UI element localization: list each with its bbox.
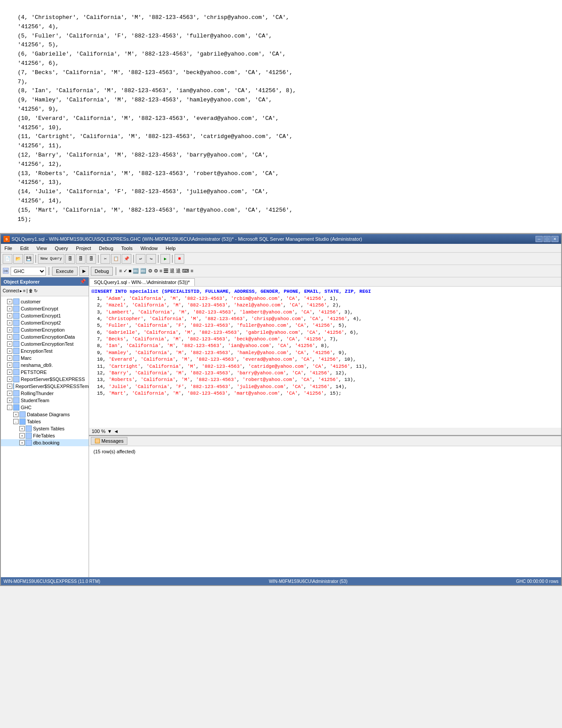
close-button[interactable]: ✕ (551, 236, 558, 242)
ssms-titlebar: S SQLQuery1.sql - WIN-M0FM1S9U6CU\SQLEXP… (1, 234, 561, 244)
oe-item-database-diagrams[interactable]: +Database Diagrams (1, 411, 89, 418)
db-icon-btn3[interactable]: 🗄 (86, 254, 96, 264)
redo-button[interactable]: ↪ (146, 254, 156, 264)
oe-item-customerencrypt2[interactable]: +CustomerEncrypt2 (1, 319, 89, 326)
execute-icon[interactable]: ▶ (79, 266, 89, 276)
stop-button[interactable]: ■ (175, 254, 184, 264)
oe-item-rollingthunder[interactable]: +RollingThunder (1, 390, 89, 397)
menu-item-project[interactable]: Project (74, 245, 93, 251)
oe-db-icon (19, 411, 26, 418)
menu-item-tools[interactable]: Tools (119, 245, 134, 251)
oe-item-customerencrypt[interactable]: +CustomerEncrypt (1, 305, 89, 312)
oe-connect-label[interactable]: Connect (3, 288, 19, 293)
oe-db-icon (26, 433, 32, 439)
oe-item-neshama_db9.[interactable]: +neshama_db9. (1, 362, 89, 369)
oe-expand-icon[interactable]: + (7, 362, 12, 368)
scroll-left[interactable]: ◄ (114, 429, 119, 434)
oe-expand-icon[interactable]: + (7, 377, 12, 382)
run-button[interactable]: ▶ (160, 254, 170, 264)
oe-toolbar-btn4[interactable]: ↻ (34, 288, 37, 293)
oe-toolbar-btn3[interactable]: 🗑 (29, 288, 33, 293)
oe-item-label: GHC (21, 405, 31, 410)
menu-item-window[interactable]: Window (139, 245, 160, 251)
oe-item-reportserver$sqlexpress[interactable]: +ReportServer$SQLEXPRESS (1, 376, 89, 383)
paste-button[interactable]: 📌 (122, 254, 131, 264)
results-tabs: Messages (89, 436, 561, 446)
oe-expand-icon[interactable]: + (19, 433, 25, 438)
oe-item-reportserver$sqlexpresstempdb[interactable]: +ReportServer$SQLEXPRESSTempDB (1, 383, 89, 390)
oe-toolbar-btn2[interactable]: ≡ (23, 288, 26, 293)
menu-item-edit[interactable]: Edit (19, 245, 30, 251)
oe-item-studentteam[interactable]: +StudentTeam (1, 397, 89, 404)
oe-expand-icon[interactable]: + (7, 398, 12, 403)
oe-item-customerencrypt1[interactable]: +CustomerEncrypt1 (1, 312, 89, 319)
oe-expand-icon[interactable]: + (7, 384, 12, 389)
oe-expand-icon[interactable]: + (7, 348, 12, 354)
oe-expand-icon[interactable]: + (7, 355, 12, 361)
code-line: '41256', 4), (18, 22, 544, 32)
oe-item-petstore[interactable]: +PETSTORE (1, 369, 89, 376)
menu-item-debug[interactable]: Debug (97, 245, 115, 251)
oe-item-customerencryptiontest[interactable]: +CustomerEncryptionTest (1, 340, 89, 347)
messages-tab[interactable]: Messages (91, 437, 127, 445)
copy-button[interactable]: 📋 (111, 254, 121, 264)
new-query-button[interactable]: New Query (38, 254, 64, 264)
oe-expand-icon[interactable]: + (7, 299, 12, 304)
oe-toolbar-sep: | (26, 288, 28, 293)
oe-item-encryptiontest[interactable]: +EncryptionTest (1, 347, 89, 355)
oe-item-system-tables[interactable]: +System Tables (1, 425, 89, 432)
maximize-button[interactable]: □ (543, 236, 551, 242)
titlebar-buttons[interactable]: ─ □ ✕ (536, 236, 558, 242)
oe-expand-icon[interactable]: + (19, 440, 25, 445)
oe-item-marc[interactable]: +Marc (1, 355, 89, 362)
svg-rect-4 (95, 439, 100, 443)
oe-expand-icon[interactable]: + (19, 426, 25, 431)
oe-expand-icon[interactable]: + (7, 313, 12, 318)
oe-db-icon (13, 306, 19, 312)
db-icon-btn2[interactable]: 🗄 (76, 254, 86, 264)
oe-item-filetables[interactable]: +FileTables (1, 432, 89, 439)
menu-item-file[interactable]: File (3, 245, 14, 251)
oe-item-customer[interactable]: +customer (1, 298, 89, 305)
debug-button[interactable]: Debug (91, 267, 113, 276)
oe-expand-icon[interactable]: + (13, 412, 19, 417)
oe-expand-icon[interactable]: + (7, 334, 12, 340)
oe-item-label: dbo.booking (33, 440, 60, 445)
open-button[interactable]: 📂 (13, 254, 23, 264)
oe-expand-icon[interactable]: + (7, 370, 12, 375)
status-left: WIN-M0FM1S9U6CU\SQLEXPRESS (11.0 RTM) (4, 579, 100, 584)
oe-expand-icon[interactable]: + (7, 320, 12, 325)
menu-item-help[interactable]: Help (164, 245, 178, 251)
cut-button[interactable]: ✂ (100, 254, 110, 264)
sep4 (158, 255, 159, 263)
oe-expand-icon[interactable]: + (7, 341, 12, 347)
oe-item-customerencryption[interactable]: +CustomerEncryption (1, 326, 89, 333)
oe-item-ghc[interactable]: -GHC (1, 404, 89, 411)
oe-item-tables[interactable]: -Tables (1, 418, 89, 425)
query-editor[interactable]: ⊟INSERT INTO specialist (SPECIALISTID, F… (89, 287, 561, 428)
oe-pin[interactable]: 📌 (80, 279, 86, 284)
save-button[interactable]: 💾 (24, 254, 33, 264)
undo-button[interactable]: ↩ (136, 254, 145, 264)
oe-expand-icon[interactable]: - (13, 419, 19, 424)
oe-header: Object Explorer 📌 (1, 277, 89, 286)
oe-expand-icon[interactable]: - (7, 405, 12, 410)
database-selector[interactable]: GHC (11, 267, 46, 276)
oe-item-label: customer (21, 299, 41, 304)
oe-toolbar-btn1[interactable]: ▸ (20, 288, 22, 293)
oe-tree[interactable]: +customer+CustomerEncrypt+CustomerEncryp… (1, 296, 89, 577)
execute-button[interactable]: Execute (52, 267, 78, 276)
new-button[interactable]: 📄 (3, 254, 12, 264)
query-tab-main[interactable]: SQLQuery1.sql - WIN-...\Administrator (5… (89, 278, 195, 286)
ssms-titlebar-left: S SQLQuery1.sql - WIN-M0FM1S9U6CU\SQLEXP… (4, 236, 362, 242)
oe-expand-icon[interactable]: + (7, 327, 12, 332)
db-icon-btn1[interactable]: 🗄 (65, 254, 75, 264)
oe-expand-icon[interactable]: + (7, 391, 12, 396)
oe-item-dbo.booking[interactable]: +dbo.booking (1, 439, 89, 446)
row-content: 9, 'Hamley', 'California', 'M', '882-123… (97, 350, 347, 355)
menu-item-view[interactable]: View (35, 245, 49, 251)
oe-item-customerencryptiondata[interactable]: +CustomerEncryptionData (1, 333, 89, 340)
minimize-button[interactable]: ─ (536, 236, 543, 242)
menu-item-query[interactable]: Query (53, 245, 70, 251)
oe-expand-icon[interactable]: + (7, 306, 12, 311)
